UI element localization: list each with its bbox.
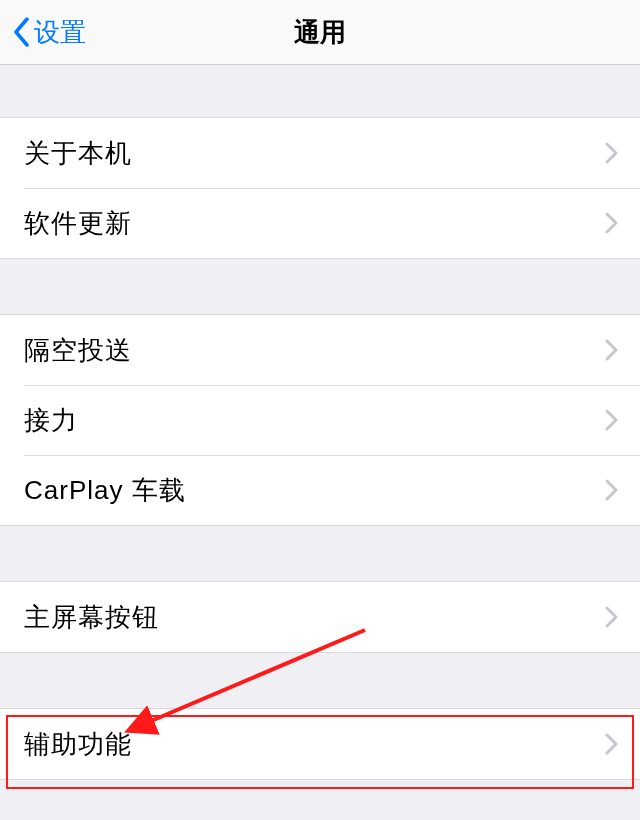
group-home-button: 主屏幕按钮 bbox=[0, 581, 640, 653]
row-label: 接力 bbox=[24, 403, 78, 438]
row-airdrop[interactable]: 隔空投送 bbox=[0, 315, 640, 385]
row-label: CarPlay 车载 bbox=[24, 473, 186, 508]
chevron-right-icon bbox=[605, 479, 618, 501]
row-label: 主屏幕按钮 bbox=[24, 600, 159, 635]
chevron-left-icon bbox=[12, 17, 30, 47]
group-sharing: 隔空投送 接力 CarPlay 车载 bbox=[0, 314, 640, 526]
page-title: 通用 bbox=[294, 15, 346, 50]
row-accessibility[interactable]: 辅助功能 bbox=[0, 709, 640, 779]
chevron-right-icon bbox=[605, 142, 618, 164]
row-about[interactable]: 关于本机 bbox=[0, 118, 640, 188]
chevron-right-icon bbox=[605, 409, 618, 431]
row-label: 关于本机 bbox=[24, 136, 132, 171]
row-label: 软件更新 bbox=[24, 206, 132, 241]
back-button[interactable]: 设置 bbox=[0, 15, 86, 50]
section-spacer bbox=[0, 259, 640, 314]
row-home-button[interactable]: 主屏幕按钮 bbox=[0, 582, 640, 652]
group-about: 关于本机 软件更新 bbox=[0, 117, 640, 259]
row-software-update[interactable]: 软件更新 bbox=[0, 188, 640, 258]
section-spacer bbox=[0, 526, 640, 581]
back-label: 设置 bbox=[34, 15, 86, 50]
row-label: 辅助功能 bbox=[24, 727, 132, 762]
chevron-right-icon bbox=[605, 733, 618, 755]
row-handoff[interactable]: 接力 bbox=[0, 385, 640, 455]
row-label: 隔空投送 bbox=[24, 333, 132, 368]
section-spacer bbox=[0, 653, 640, 708]
chevron-right-icon bbox=[605, 212, 618, 234]
section-spacer bbox=[0, 65, 640, 117]
chevron-right-icon bbox=[605, 606, 618, 628]
row-carplay[interactable]: CarPlay 车载 bbox=[0, 455, 640, 525]
navigation-header: 设置 通用 bbox=[0, 0, 640, 65]
group-accessibility: 辅助功能 bbox=[0, 708, 640, 780]
chevron-right-icon bbox=[605, 339, 618, 361]
